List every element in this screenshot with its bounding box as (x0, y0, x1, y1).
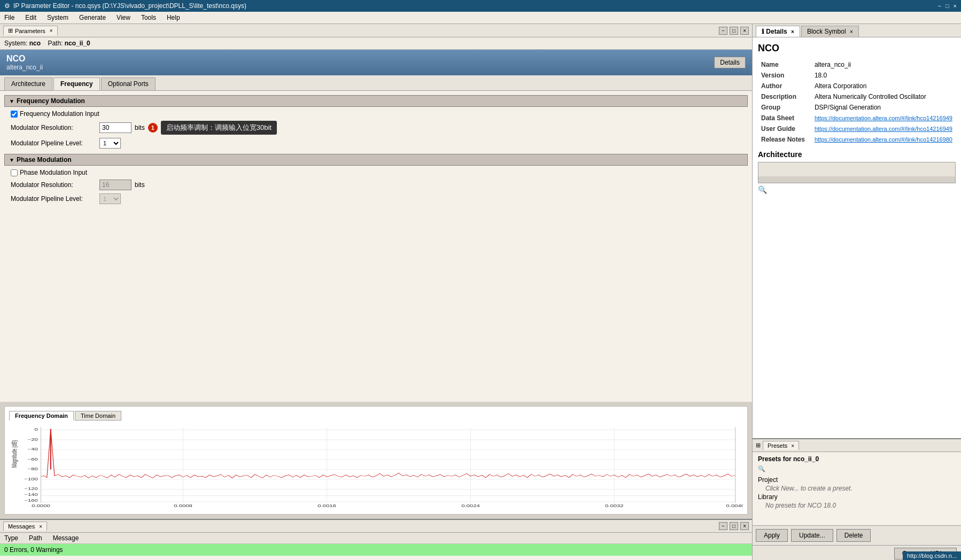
project-label: Project (758, 476, 778, 484)
msg-close-btn[interactable]: × (740, 522, 749, 530)
phase-modulation-section: ▼ Phase Modulation Phase Modulation Inpu… (4, 154, 748, 204)
chart-tab-freq[interactable]: Frequency Domain (9, 411, 74, 421)
freq-modulation-section: ▼ Frequency Modulation Frequency Modulat… (4, 95, 748, 149)
msg-min-btn[interactable]: − (719, 522, 727, 530)
component-header: NCO altera_nco_ii Details (0, 50, 752, 75)
freq-mod-resolution-input[interactable] (99, 122, 131, 133)
phase-mod-resolution-unit: bits (135, 181, 145, 189)
phase-mod-resolution-row: Modulator Resolution: bits (4, 180, 748, 190)
messages-columns: Type Path Message (0, 533, 752, 544)
details-close-icon[interactable]: × (791, 29, 794, 35)
release-notes-label: Release Notes (758, 134, 811, 145)
messages-tab-label: Messages (8, 523, 35, 530)
panel-controls: − □ × (719, 27, 749, 35)
svg-text:−40: −40 (28, 447, 38, 451)
tab-details[interactable]: ℹ Details × (756, 26, 800, 37)
parameters-close-icon[interactable]: × (50, 28, 53, 34)
close-button[interactable]: × (954, 3, 957, 9)
maximize-button[interactable]: □ (945, 3, 949, 9)
phase-mod-title: Phase Modulation (17, 156, 72, 164)
details-tab-label: Details (766, 28, 787, 35)
data-sheet-link[interactable]: https://documentation.altera.com/#/link/… (815, 115, 952, 121)
presets-tab[interactable]: Presets × (763, 441, 799, 450)
svg-text:0.0016: 0.0016 (317, 504, 336, 508)
arch-scroll-track[interactable] (758, 176, 955, 183)
menu-generate[interactable]: Generate (77, 13, 108, 22)
messages-tab[interactable]: Messages × (3, 522, 47, 531)
presets-search[interactable]: 🔍 (758, 465, 956, 472)
parameters-tab[interactable]: ⊞ Parameters × (3, 26, 58, 35)
menu-view[interactable]: View (114, 13, 133, 22)
details-table: Name altera_nco_ii Version 18.0 Author A… (758, 59, 956, 145)
main-layout: ⊞ Parameters × − □ × System: nco Path: n… (0, 24, 961, 560)
phase-collapse-icon[interactable]: ▼ (9, 157, 14, 163)
freq-mod-checkbox-label[interactable]: Frequency Modulation Input (20, 110, 99, 118)
presets-icon: ⊞ (756, 442, 761, 449)
release-notes-link[interactable]: https://documentation.altera.com/#/link/… (815, 136, 952, 143)
title-bar: ⚙ IP Parameter Editor - nco.qsys (D:\YJS… (0, 0, 961, 12)
user-guide-link[interactable]: https://documentation.altera.com/#/link/… (815, 126, 952, 132)
menu-system[interactable]: System (45, 13, 71, 22)
description-label: Description (758, 91, 811, 102)
author-label: Author (758, 81, 811, 91)
right-bottom-buttons: Apply Update... Delete (753, 525, 961, 545)
tree-project: Project (758, 476, 956, 484)
minimize-button[interactable]: − (937, 3, 941, 9)
freq-mod-pipeline-row: Modulator Pipeline Level: 1 2 3 (4, 138, 748, 149)
library-label: Library (758, 493, 778, 501)
app-icon: ⚙ (4, 2, 10, 10)
delete-button[interactable]: Delete (836, 529, 871, 542)
freq-mod-resolution-unit: bits (135, 124, 145, 131)
presets-title: Presets for nco_ii_0 (758, 455, 956, 463)
phase-mod-checkbox[interactable] (11, 169, 18, 176)
author-value: Altera Corporation (811, 81, 956, 91)
svg-text:0.0040: 0.0040 (726, 504, 743, 508)
arch-search-icon[interactable]: 🔍 (758, 183, 956, 196)
tab-frequency[interactable]: Frequency (53, 77, 100, 90)
update-button[interactable]: Update... (791, 529, 833, 542)
panel-max-btn[interactable]: □ (730, 27, 738, 35)
presets-close-icon[interactable]: × (791, 443, 794, 449)
menu-help[interactable]: Help (165, 13, 182, 22)
tab-optional-ports[interactable]: Optional Ports (101, 77, 156, 90)
tab-architecture[interactable]: Architecture (4, 77, 52, 90)
panel-close-btn[interactable]: × (740, 27, 749, 35)
architecture-section: Architecture 🔍 (758, 150, 956, 196)
phase-mod-pipeline-select[interactable]: 1 (99, 193, 121, 204)
menu-tools[interactable]: Tools (139, 13, 158, 22)
apply-button[interactable]: Apply (756, 529, 788, 542)
svg-text:0.0024: 0.0024 (461, 504, 480, 508)
parameters-tab-label: Parameters (15, 28, 45, 34)
tab-block-symbol[interactable]: Block Symbol × (801, 26, 859, 37)
svg-text:0.0000: 0.0000 (32, 504, 50, 508)
freq-mod-checkbox[interactable] (11, 111, 18, 118)
phase-mod-checkbox-row: Phase Modulation Input (4, 169, 748, 176)
user-guide-label: User Guide (758, 123, 811, 134)
group-label: Group (758, 102, 811, 113)
phase-mod-resolution-input[interactable] (99, 180, 131, 190)
bottom-bar: http://blog.csdn.n... (903, 551, 961, 560)
messages-header: Messages × − □ × (0, 520, 752, 533)
phase-mod-checkbox-label[interactable]: Phase Modulation Input (20, 169, 87, 176)
menu-file[interactable]: File (2, 13, 17, 22)
phase-mod-resolution-label: Modulator Resolution: (11, 181, 96, 189)
svg-text:−20: −20 (28, 438, 38, 441)
freq-mod-resolution-label: Modulator Resolution: (11, 124, 96, 131)
title-bar-controls[interactable]: − □ × (937, 3, 957, 9)
name-label: Name (758, 59, 811, 70)
details-button[interactable]: Details (714, 57, 746, 68)
collapse-icon[interactable]: ▼ (9, 98, 14, 104)
freq-mod-pipeline-select[interactable]: 1 2 3 (99, 138, 121, 149)
menu-edit[interactable]: Edit (23, 13, 38, 22)
phase-mod-pipeline-row: Modulator Pipeline Level: 1 (4, 193, 748, 204)
chart-tab-time[interactable]: Time Domain (75, 411, 121, 421)
col-path: Path (29, 534, 42, 542)
block-symbol-close-icon[interactable]: × (850, 29, 853, 35)
col-type: Type (4, 534, 18, 542)
chart-tabs: Frequency Domain Time Domain (9, 411, 743, 421)
phase-mod-header: ▼ Phase Modulation (4, 154, 748, 166)
messages-close-icon[interactable]: × (39, 524, 42, 530)
panel-min-btn[interactable]: − (719, 27, 727, 35)
tabs-bar: Architecture Frequency Optional Ports (0, 75, 752, 91)
msg-max-btn[interactable]: □ (730, 522, 738, 530)
